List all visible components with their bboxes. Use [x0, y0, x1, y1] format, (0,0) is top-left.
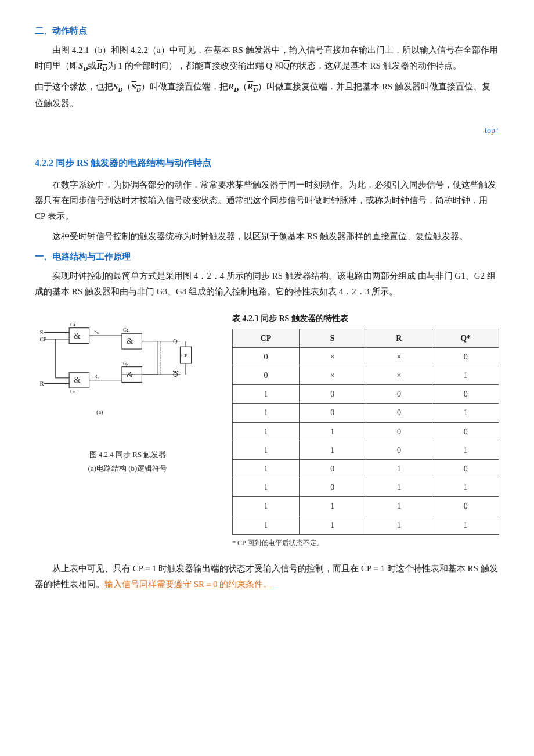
- table-row: 1100: [233, 422, 499, 441]
- table-row: 1010: [233, 459, 499, 478]
- table-cell: 0: [432, 497, 499, 516]
- section422-para4: 从上表中可见、只有 CP＝1 时触发器输出端的状态才受输入信号的控制，而且在 C…: [35, 561, 499, 592]
- rd-bar-label: RD: [247, 82, 258, 91]
- table-cell: 0: [299, 404, 366, 422]
- table-row: 1111: [233, 516, 499, 534]
- top-link[interactable]: top↑: [35, 123, 499, 138]
- table-row: 0××1: [233, 366, 499, 385]
- table-cell: 0: [432, 347, 499, 366]
- table-cell: 1: [432, 478, 499, 497]
- section-2: 二、动作特点 由图 4.2.1（b）和图 4.2.2（a）中可见，在基本 RS …: [35, 23, 499, 138]
- table-row: 1000: [233, 385, 499, 404]
- q-bar: Q: [283, 61, 290, 70]
- table-cell: 0: [432, 459, 499, 478]
- section422-para1: 在数字系统中，为协调各部分的动作，常常要求某些触发器于同一时刻动作。为此，必须引…: [35, 177, 499, 224]
- figure-area: & & & & G₃ G₄ G₁ G₂ S: [35, 311, 221, 475]
- table-cell: 0: [366, 404, 432, 422]
- svg-text:G₂: G₂: [123, 361, 129, 366]
- table-cell: 1: [233, 516, 300, 534]
- section422-title: 4.2.2 同步 RS 触发器的电路结构与动作特点: [35, 155, 499, 172]
- table-cell: 1: [233, 404, 300, 422]
- table-row: 1110: [233, 497, 499, 516]
- table-cell: 0: [432, 385, 499, 404]
- svg-text:&: &: [74, 375, 81, 385]
- table-cell: 1: [432, 404, 499, 422]
- svg-text:G₃: G₃: [70, 322, 76, 327]
- table-cell: 1: [432, 516, 499, 534]
- table-cell: ×: [299, 347, 366, 366]
- sub1-title: 一、电路结构与工作原理: [35, 249, 499, 265]
- table-note: * CP 回到低电平后状态不定。: [232, 537, 499, 550]
- sd-bold: SD: [78, 61, 88, 70]
- col-cp: CP: [233, 329, 300, 347]
- table-cell: 1: [233, 478, 300, 497]
- table-cell: 0: [233, 347, 300, 366]
- svg-text:G₄: G₄: [70, 388, 76, 394]
- table-cell: 0: [299, 459, 366, 478]
- svg-text:Rb: Rb: [94, 373, 100, 380]
- table-cell: 1: [366, 497, 432, 516]
- fig-caption: 图 4.2.4 同步 RS 触发器 (a)电路结构 (b)逻辑符号: [35, 448, 221, 475]
- section-422: 4.2.2 同步 RS 触发器的电路结构与动作特点 在数字系统中，为协调各部分的…: [35, 155, 499, 593]
- table-area: 表 4.2.3 同步 RS 触发器的特性表 CP S R Q* 0××00××1…: [232, 311, 499, 549]
- section422-para2: 这种受时钟信号控制的触发器统称为时钟触发器，以区别于像基本 RS 触发器那样的直…: [35, 229, 499, 244]
- table-row: 1001: [233, 404, 499, 422]
- table-caption: 表 4.2.3 同步 RS 触发器的特性表: [232, 311, 499, 326]
- table-cell: 1: [233, 385, 300, 404]
- table-cell: 1: [432, 441, 499, 459]
- sd-bar-label: SD: [131, 82, 140, 91]
- svg-text:Sb: Sb: [94, 329, 99, 336]
- characteristic-table: 表 4.2.3 同步 RS 触发器的特性表 CP S R Q* 0××00××1…: [232, 311, 499, 534]
- svg-text:G₁: G₁: [123, 327, 129, 333]
- table-row: 0××0: [233, 347, 499, 366]
- col-q: Q*: [432, 329, 499, 347]
- svg-text:R: R: [39, 381, 44, 387]
- table-cell: 1: [233, 459, 300, 478]
- svg-text:CP: CP: [39, 336, 46, 343]
- col-s: S: [299, 329, 366, 347]
- table-body: 0××00××110001001110011011010101111101111: [233, 347, 499, 534]
- table-cell: 1: [299, 422, 366, 441]
- table-cell: 0: [366, 385, 432, 404]
- table-header: CP S R Q*: [233, 329, 499, 347]
- section422-para3: 实现时钟控制的最简单方式是采用图 4．2．4 所示的同步 RS 触发器结构。该电…: [35, 268, 499, 300]
- table-cell: ×: [366, 347, 432, 366]
- table-cell: 0: [432, 422, 499, 441]
- table-cell: 1: [233, 422, 300, 441]
- rd-bold: RD: [96, 61, 107, 70]
- table-cell: 1: [432, 366, 499, 385]
- table-cell: 0: [366, 422, 432, 441]
- table-cell: 1: [299, 516, 366, 534]
- table-cell: 1: [299, 497, 366, 516]
- table-cell: 0: [233, 366, 300, 385]
- table-cell: 1: [299, 441, 366, 459]
- svg-text:S: S: [39, 330, 43, 336]
- table-row: 1011: [233, 478, 499, 497]
- highlight-text: 输入信号同样需要遵守 SR＝0 的约束条件。: [104, 579, 272, 589]
- svg-text:CP: CP: [181, 353, 187, 359]
- table-cell: 1: [366, 459, 432, 478]
- table-cell: ×: [366, 366, 432, 385]
- table-cell: 0: [299, 478, 366, 497]
- svg-text:(a): (a): [96, 409, 103, 416]
- circuit-diagram: & & & & G₃ G₄ G₁ G₂ S: [35, 311, 209, 439]
- svg-text:&: &: [127, 336, 134, 346]
- table-cell: 0: [299, 385, 366, 404]
- table-cell: 1: [366, 516, 432, 534]
- table-cell: 1: [233, 441, 300, 459]
- sd-label: SD: [113, 82, 122, 91]
- rd-label: RD: [228, 82, 239, 91]
- section2-para1: 由图 4.2.1（b）和图 4.2.2（a）中可见，在基本 RS 触发器中，输入…: [35, 42, 499, 74]
- table-cell: 1: [233, 497, 300, 516]
- svg-text:&: &: [127, 369, 134, 379]
- col-r: R: [366, 329, 432, 347]
- table-row: 1101: [233, 441, 499, 459]
- svg-text:&: &: [74, 330, 81, 340]
- figure-table-area: & & & & G₃ G₄ G₁ G₂ S: [35, 311, 499, 549]
- table-cell: ×: [299, 366, 366, 385]
- section2-title: 二、动作特点: [35, 23, 499, 39]
- table-cell: 1: [366, 478, 432, 497]
- table-cell: 0: [366, 441, 432, 459]
- section2-para2: 由于这个缘故，也把SD（SD）叫做直接置位端，把RD（RD）叫做直接复位端．并且…: [35, 79, 499, 111]
